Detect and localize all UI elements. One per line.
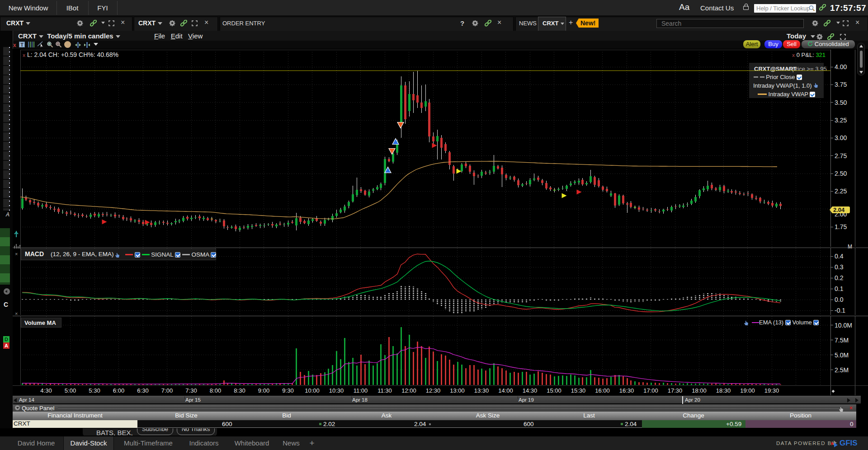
svg-text:10.0M: 10.0M	[835, 322, 852, 329]
svg-text:6:30: 6:30	[137, 387, 148, 394]
svg-text:2.50: 2.50	[835, 170, 847, 177]
svg-text:10:30: 10:30	[329, 387, 344, 394]
svg-text:3.50: 3.50	[835, 99, 847, 106]
svg-text:6:00: 6:00	[113, 387, 124, 394]
svg-text:12:30: 12:30	[426, 387, 441, 394]
svg-text:5.0M: 5.0M	[835, 352, 849, 359]
svg-text:14:00: 14:00	[498, 387, 513, 394]
svg-text:16:00: 16:00	[595, 387, 610, 394]
svg-text:8:30: 8:30	[234, 387, 245, 394]
svg-text:3.25: 3.25	[835, 117, 847, 124]
svg-text:9:00: 9:00	[258, 387, 269, 394]
svg-text:2.04: 2.04	[833, 206, 845, 213]
svg-text:8:00: 8:00	[210, 387, 221, 394]
svg-text:12:00: 12:00	[401, 387, 416, 394]
svg-text:4.00: 4.00	[835, 63, 847, 70]
svg-text:0.1: 0.1	[835, 285, 844, 292]
svg-text:0.0: 0.0	[835, 296, 844, 303]
svg-text:0.3: 0.3	[835, 263, 844, 271]
svg-text:14:30: 14:30	[523, 387, 538, 394]
svg-text:9:30: 9:30	[282, 387, 293, 394]
svg-text:3.75: 3.75	[835, 81, 847, 88]
svg-text:7.5M: 7.5M	[835, 337, 849, 344]
svg-text:15:00: 15:00	[547, 387, 561, 394]
svg-text:18:00: 18:00	[692, 387, 707, 394]
svg-text:0.2: 0.2	[835, 274, 844, 281]
svg-text:4:30: 4:30	[40, 387, 52, 394]
svg-text:0.4: 0.4	[835, 253, 844, 260]
svg-text:11:30: 11:30	[377, 387, 392, 394]
svg-text:5:30: 5:30	[89, 387, 100, 394]
svg-text:15:30: 15:30	[571, 387, 586, 394]
svg-text:2.25: 2.25	[835, 188, 847, 195]
svg-text:13:30: 13:30	[474, 387, 489, 394]
svg-text:17:00: 17:00	[643, 387, 658, 394]
svg-text:19:00: 19:00	[740, 387, 755, 394]
svg-text:7:30: 7:30	[185, 387, 197, 394]
svg-text:-0.1: -0.1	[835, 307, 845, 314]
svg-text:3.00: 3.00	[835, 134, 847, 141]
svg-text:11:00: 11:00	[354, 387, 368, 394]
svg-text:2.75: 2.75	[835, 152, 847, 159]
svg-text:16:30: 16:30	[619, 387, 634, 394]
svg-text:10:00: 10:00	[305, 387, 320, 394]
svg-text:13:00: 13:00	[450, 387, 465, 394]
svg-text:7:00: 7:00	[161, 387, 173, 394]
svg-text:2.5M: 2.5M	[835, 366, 849, 374]
svg-text:19:30: 19:30	[764, 387, 779, 394]
svg-text:5:00: 5:00	[65, 387, 76, 394]
svg-text:17:30: 17:30	[668, 387, 683, 394]
svg-text:1.75: 1.75	[835, 223, 847, 230]
svg-text:18:30: 18:30	[716, 387, 731, 394]
